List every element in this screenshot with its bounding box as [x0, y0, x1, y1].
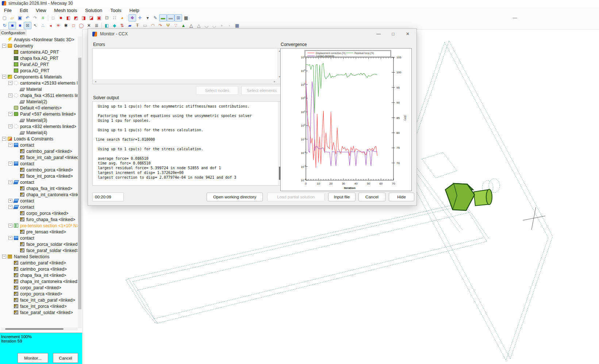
tree-item-contact[interactable]: +contact — [1, 198, 78, 204]
collapse-expander-icon[interactable]: − — [8, 224, 12, 228]
expand-expander-icon[interactable]: + — [8, 199, 12, 203]
antenna-tool-icon[interactable]: Ψ — [164, 22, 172, 29]
menu-edit[interactable]: Edit — [16, 7, 32, 14]
redo-icon[interactable]: ↷ — [31, 14, 39, 22]
select-nodes-tool-icon[interactable]: ∴ — [39, 22, 47, 29]
collapse-expander-icon[interactable]: − — [8, 124, 12, 128]
maximize-icon[interactable]: □ — [386, 30, 400, 38]
tree-item-chapa_fixa[interactable]: −chapa_fixa <3511 elements linked> — [1, 92, 78, 98]
collapse-expander-icon[interactable]: − — [8, 205, 12, 209]
scroll-right-icon[interactable]: ► — [273, 80, 276, 83]
load-tool-icon[interactable]: Ŧ — [134, 22, 141, 29]
tree-item-corpo_porca[interactable]: corpo_porca <linked> — [1, 210, 78, 216]
solid-blue-cube-icon[interactable]: ■ — [8, 22, 16, 29]
diamond-tool-icon[interactable]: ◆ — [111, 22, 118, 29]
select-faces-tool-icon[interactable]: ◂ — [47, 22, 54, 29]
errors-box[interactable]: ▲ ▼ ◄ ► — [92, 48, 282, 84]
gray-plate-icon[interactable]: ▬ — [167, 14, 174, 22]
save-icon[interactable]: ▣ — [16, 14, 24, 22]
tree-item-corpo_paraf[interactable]: corpo_paraf <linked> — [1, 284, 78, 291]
collapse-expander-icon[interactable]: − — [8, 180, 12, 184]
input-file-button[interactable]: Input file — [328, 193, 356, 201]
load-partial-solution-button[interactable]: Load partial solution — [267, 193, 325, 201]
tree-item-default[interactable]: Default <0 elements> — [1, 105, 78, 111]
menu-mesh-tools[interactable]: Mesh tools — [50, 7, 81, 14]
red-rect-icon[interactable]: □ — [70, 22, 77, 29]
tree-item-chapa_int_cantoneira[interactable]: chapa_int_cantoneira <linked> — [1, 278, 78, 284]
refine-dots-icon[interactable]: ∷ — [111, 14, 118, 22]
tree-item-porca.ad_prt[interactable]: porca.AD_PRT — [1, 67, 78, 74]
collapse-expander-icon[interactable]: − — [8, 236, 12, 240]
open-file-icon[interactable]: ▱ — [8, 14, 16, 22]
tree-item-contact[interactable]: −contact — [1, 179, 78, 185]
triangle-a-icon[interactable]: △ — [187, 22, 195, 29]
triangle-b-icon[interactable]: △ — [195, 22, 203, 29]
shaded-cube-icon[interactable]: ■ — [16, 22, 24, 29]
tree-item-face_porca_soldar[interactable]: face_porca_soldar <linked> — [1, 241, 78, 247]
node-list-icon[interactable]: ≣ — [93, 22, 100, 29]
tree-item-face_paraf_soldar[interactable]: face_paraf_soldar <linked> — [1, 247, 78, 253]
collapse-expander-icon[interactable]: − — [8, 143, 12, 147]
rotate-view-icon[interactable]: ↻ — [1, 22, 8, 29]
tree-item-components[interactable]: −Components & Materials — [1, 74, 78, 80]
red-sphere-icon[interactable]: ◯ — [77, 22, 85, 29]
tree-vertical-scrollbar[interactable] — [78, 36, 82, 328]
cube-face-icon[interactable]: ◧ — [65, 14, 72, 22]
wireframe-cube-icon[interactable]: □ — [49, 14, 57, 22]
collapse-expander-icon[interactable]: − — [8, 93, 12, 97]
tree-item-chapa[interactable]: chapa fixa.AD_PRT — [1, 55, 78, 61]
dot-icon[interactable]: · — [226, 22, 233, 29]
collapse-expander-icon[interactable]: − — [2, 44, 6, 48]
tree-item-face_int_porca[interactable]: face_int_porca <linked> — [1, 303, 78, 309]
dropdown-icon[interactable]: ▾ — [144, 14, 151, 22]
collapse-dash-icon[interactable]: — — [511, 14, 519, 22]
outline-cube-icon[interactable]: ⊞ — [174, 14, 182, 22]
tree-item-pre_tensao[interactable]: pre_tensao <linked> — [1, 229, 78, 235]
collapse-expander-icon[interactable]: − — [8, 112, 12, 116]
tree-item-furo_chapa_fixa[interactable]: furo_chapa_fixa <linked> — [1, 216, 78, 222]
select-box-icon[interactable]: ⊠ — [24, 22, 31, 29]
menu-tools[interactable]: Tools — [106, 7, 125, 14]
menu-solution[interactable]: Solution — [81, 7, 106, 14]
collapse-expander-icon[interactable]: − — [2, 75, 6, 79]
tree-item-cantoneira.ad_prt[interactable]: cantoneira.AD_PRT — [1, 49, 78, 55]
tree-item-loads[interactable]: −Loads & Constraints — [1, 136, 78, 142]
arc-tool-icon[interactable]: ◠ — [149, 22, 157, 29]
menu-file[interactable]: File — [0, 7, 16, 14]
cube-edge-icon[interactable]: ◨ — [80, 14, 88, 22]
delete-icon[interactable]: ✕ — [85, 22, 93, 29]
tree-item-material3[interactable]: Material(3) — [1, 117, 78, 123]
tree-item-chapa_fixa_int[interactable]: chapa_fixa_int <linked> — [1, 272, 78, 278]
star-cube-icon[interactable]: ✱ — [62, 22, 70, 29]
u-shape-icon[interactable]: ◡ — [203, 22, 210, 29]
plate-dot-icon[interactable]: ▰ — [126, 22, 134, 29]
open-working-directory-button[interactable]: Open working directory — [207, 193, 263, 201]
edit-plane-icon[interactable]: ✎ — [151, 14, 159, 22]
green-plate-icon[interactable]: ▬ — [159, 14, 167, 22]
tree-item-analysis[interactable]: Analysis <Nonlinear Static 3D> — [1, 36, 78, 43]
scroll-left-icon[interactable]: ◄ — [94, 80, 97, 83]
collapse-expander-icon[interactable]: − — [2, 137, 6, 141]
collapse-expander-icon[interactable]: − — [8, 162, 12, 166]
mesh-grid-icon[interactable]: ▦ — [182, 14, 190, 22]
tree-item-carimbo_paraf[interactable]: carimbo_paraf <linked> — [1, 148, 78, 154]
table-grid-icon[interactable]: ▦ — [233, 22, 241, 29]
tree-item-face_int_porca[interactable]: face_int_porca <linked> — [1, 173, 78, 179]
cursor-icon[interactable]: ↖ — [31, 22, 39, 29]
tree-item-carimbo_paraf[interactable]: carimbo_paraf <linked> — [1, 260, 78, 266]
tree-item-material4[interactable]: Material(4) — [1, 129, 78, 136]
rotate-orbit-icon[interactable]: ◕ — [118, 14, 126, 22]
tab-configuration[interactable]: Configuration — [0, 30, 26, 36]
snap-points-icon[interactable]: ✳ — [54, 22, 62, 29]
tree-item-contact[interactable]: −contact — [1, 235, 78, 241]
clip-plane-icon[interactable]: ◧ — [103, 22, 111, 29]
select-nodes-button[interactable]: Select nodes — [196, 86, 238, 95]
solver-output-box[interactable]: Using up to 1 cpu(s) for the asymmetric … — [92, 101, 282, 186]
tree-item-contact[interactable]: −contact — [1, 204, 78, 210]
close-icon[interactable]: ✕ — [400, 30, 415, 38]
box-tool-icon[interactable]: ▭ — [141, 22, 149, 29]
tree-vscroll-thumb[interactable] — [78, 58, 81, 309]
menu-help[interactable]: Help — [126, 7, 143, 14]
zoom-cube-icon[interactable]: ⊡ — [103, 14, 111, 22]
undo-icon[interactable]: ↶ — [24, 14, 31, 22]
